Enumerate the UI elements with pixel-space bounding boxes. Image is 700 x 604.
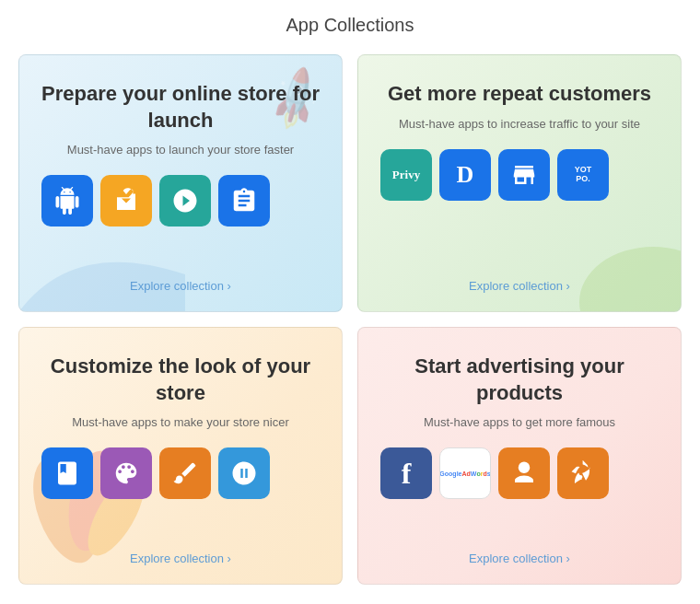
clipboard-icon xyxy=(230,187,258,215)
card-customize-icons xyxy=(41,447,320,499)
page-title: App Collections xyxy=(286,15,414,36)
explore-customize-link[interactable]: Explore collection › xyxy=(41,552,320,565)
card-customize-subtitle: Must-have apps to make your store nicer xyxy=(41,415,320,429)
card-customers-icons: Privy D YOTPO. xyxy=(380,149,659,201)
rocket-icon xyxy=(569,459,597,487)
paint-icon xyxy=(112,459,140,487)
card-launch-title: Prepare your online store for launch xyxy=(41,81,320,134)
card-launch-subtitle: Must-have apps to launch your store fast… xyxy=(41,143,320,157)
app-icon-paint[interactable] xyxy=(100,447,152,499)
app-icon-privy[interactable]: Privy xyxy=(380,149,432,201)
card-advertising-subtitle: Must-have apps to get more famous xyxy=(380,415,659,429)
book-icon xyxy=(53,459,81,487)
app-icon-open-box[interactable] xyxy=(159,175,211,226)
app-icon-disqus[interactable]: D xyxy=(439,149,491,201)
card-customers-subtitle: Must-have apps to increase traffic to yo… xyxy=(380,117,659,131)
app-icon-boxes[interactable] xyxy=(100,175,152,226)
open-box-icon xyxy=(171,187,199,215)
app-icon-yotpo[interactable]: YOTPO. xyxy=(557,149,609,201)
explore-advertising-link[interactable]: Explore collection › xyxy=(380,552,659,565)
collections-grid: 🚀 Prepare your online store for launch M… xyxy=(18,54,682,585)
card-customers-title: Get more repeat customers xyxy=(380,81,659,108)
app-icon-android[interactable] xyxy=(41,175,93,226)
explore-launch-link[interactable]: Explore collection › xyxy=(41,279,320,293)
deco-wave xyxy=(19,219,185,311)
explore-customers-link[interactable]: Explore collection › xyxy=(380,279,659,293)
card-launch-icons xyxy=(41,175,320,226)
card-advertising-title: Start advertising your products xyxy=(380,354,659,406)
collection-card-customers: Get more repeat customers Must-have apps… xyxy=(357,54,682,312)
shop-icon xyxy=(510,161,538,189)
app-icon-adwords[interactable]: GoogleAdWords xyxy=(439,447,491,499)
app-icon-rocket[interactable] xyxy=(557,447,609,499)
camera-icon xyxy=(230,459,258,487)
collection-card-customize: Customize the look of your store Must-ha… xyxy=(18,327,343,585)
app-icon-clipboard[interactable] xyxy=(218,175,270,226)
app-icon-camera[interactable] xyxy=(218,447,270,499)
card-advertising-icons: f GoogleAdWords xyxy=(380,447,659,499)
brush-icon xyxy=(171,459,199,487)
card-customize-title: Customize the look of your store xyxy=(41,354,320,406)
android-icon xyxy=(53,187,81,215)
app-icon-book[interactable] xyxy=(41,447,93,499)
collection-card-advertising: Start advertising your products Must-hav… xyxy=(357,327,682,585)
app-icon-facebook[interactable]: f xyxy=(380,447,432,499)
app-icon-octopus[interactable] xyxy=(498,447,550,499)
app-icon-shop[interactable] xyxy=(498,149,550,201)
boxes-icon xyxy=(112,187,140,215)
app-icon-brush[interactable] xyxy=(159,447,211,499)
deco-wave-customers xyxy=(533,219,681,311)
octopus-icon xyxy=(510,459,538,487)
collection-card-launch: 🚀 Prepare your online store for launch M… xyxy=(18,54,343,312)
